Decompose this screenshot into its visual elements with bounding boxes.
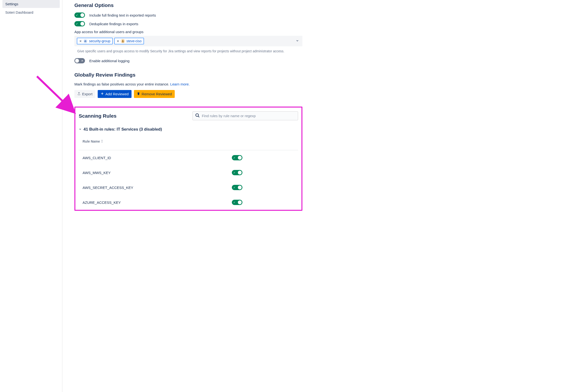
check-icon: ✓ (233, 201, 235, 204)
sidebar: Settings Soteri Dashboard (0, 0, 62, 392)
general-options-heading: General Options (74, 2, 302, 8)
add-reviewed-button[interactable]: Add Reviewed (98, 90, 132, 98)
learn-more-link[interactable]: Learn more. (170, 82, 190, 86)
review-findings-section: Globally Review Findings Mark findings a… (74, 72, 302, 98)
toggle-include-full-text[interactable]: ✓ (74, 12, 85, 18)
toggle-rule-aws-mws-key[interactable]: ✓ (232, 170, 242, 175)
export-icon (77, 92, 81, 96)
scanning-rules-heading: Scanning Rules (79, 113, 117, 119)
svg-point-7 (196, 114, 199, 117)
access-field-label: App access for additional users and grou… (74, 30, 302, 34)
rule-row: AWS_SECRET_ACCESS_KEY ✓ (79, 180, 298, 195)
scanning-rules-section: Scanning Rules 41 Built-in rules: IT Ser… (74, 107, 302, 211)
export-button[interactable]: Export (74, 90, 95, 98)
review-description: Mark findings as false positives across … (74, 82, 302, 86)
svg-marker-9 (101, 140, 103, 141)
rules-search[interactable] (193, 111, 298, 120)
toggle-deduplicate[interactable]: ✓ (74, 21, 85, 26)
review-button-row: Export Add Reviewed Remove Reviewed (74, 90, 302, 98)
general-options-section: General Options ✓ Include full finding t… (74, 2, 302, 63)
option-label: Deduplicate findings in exports (89, 22, 138, 26)
toggle-rule-azure-access-key[interactable]: ✓ (232, 200, 242, 205)
rule-name: AZURE_ACCESS_KEY (83, 200, 121, 205)
rule-row: AZURE_ACCESS_KEY ✓ (79, 195, 298, 210)
chevron-down-icon (79, 127, 82, 132)
rule-name: AWS_CLIENT_ID (83, 156, 111, 160)
check-icon: ✓ (233, 156, 235, 159)
chip-security-group: ✕ security-group (77, 38, 113, 44)
search-icon (195, 113, 200, 119)
svg-point-0 (85, 40, 86, 41)
check-icon: ✓ (76, 23, 78, 25)
rule-row: AWS_CLIENT_ID ✓ (79, 150, 298, 165)
rule-row: AWS_MWS_KEY ✓ (79, 165, 298, 180)
svg-point-1 (86, 40, 86, 41)
rules-group-toggle[interactable]: 41 Built-in rules: IT Services (3 disabl… (79, 127, 298, 132)
access-multiselect[interactable]: ✕ security-group ✕ steve-ciso (74, 36, 302, 46)
check-icon: ✓ (233, 186, 235, 189)
option-additional-logging: ✕ Enable additional logging (74, 58, 302, 63)
option-deduplicate: ✓ Deduplicate findings in exports (74, 21, 302, 26)
toggle-rule-aws-client-id[interactable]: ✓ (232, 155, 242, 160)
chip-steve-ciso: ✕ steve-ciso (114, 38, 144, 44)
rules-list: AWS_CLIENT_ID ✓ AWS_MWS_KEY ✓ (79, 150, 298, 210)
option-label: Enable additional logging (89, 59, 130, 63)
access-help-text: Give specific users and groups access to… (77, 49, 302, 54)
rule-name: AWS_MWS_KEY (83, 171, 111, 175)
rule-name: AWS_SECRET_ACCESS_KEY (83, 185, 133, 190)
sidebar-item-settings[interactable]: Settings (2, 0, 60, 8)
chip-remove-icon[interactable]: ✕ (79, 39, 82, 43)
user-avatar-icon (121, 39, 125, 43)
plus-icon (101, 92, 104, 96)
chip-label: steve-ciso (126, 39, 142, 43)
rules-table-header[interactable]: Rule Name (79, 137, 298, 150)
main-content: General Options ✓ Include full finding t… (62, 0, 315, 392)
review-findings-heading: Globally Review Findings (74, 72, 302, 78)
rules-search-input[interactable] (202, 114, 295, 118)
group-icon (83, 39, 87, 43)
trash-icon (137, 92, 140, 96)
sidebar-item-soteri-dashboard[interactable]: Soteri Dashboard (2, 8, 60, 16)
svg-line-8 (198, 116, 200, 117)
chip-remove-icon[interactable]: ✕ (117, 39, 119, 43)
toggle-rule-aws-secret-access-key[interactable]: ✓ (232, 185, 242, 190)
chevron-down-icon[interactable] (296, 39, 299, 43)
option-label: Include full finding text in exported re… (89, 13, 156, 17)
sort-icon (101, 139, 103, 143)
svg-marker-10 (101, 142, 103, 143)
remove-reviewed-button[interactable]: Remove Reviewed (134, 90, 175, 98)
svg-point-2 (122, 40, 123, 41)
check-icon: ✓ (233, 171, 235, 174)
check-icon: ✓ (76, 14, 78, 17)
chip-label: security-group (89, 39, 110, 43)
toggle-additional-logging[interactable]: ✕ (74, 58, 85, 63)
x-icon: ✕ (81, 60, 83, 62)
option-include-full-text: ✓ Include full finding text in exported … (74, 12, 302, 18)
